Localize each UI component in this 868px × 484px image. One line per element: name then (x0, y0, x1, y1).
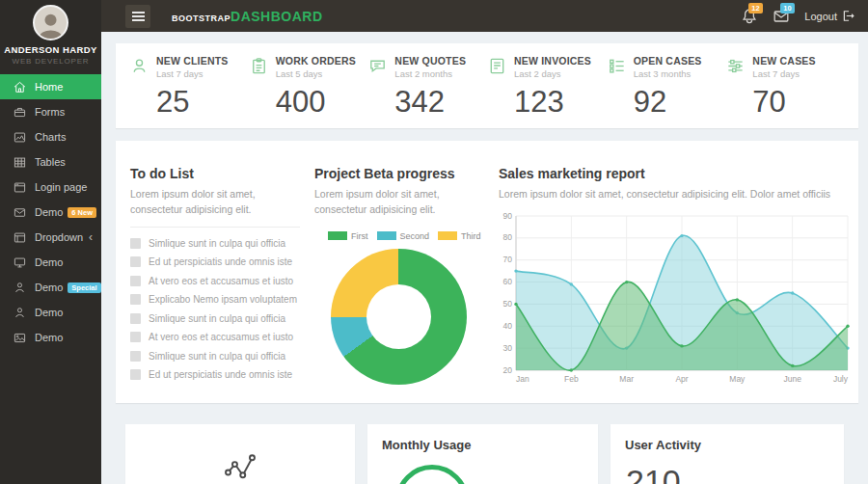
notification-area: 1210 (740, 7, 791, 26)
sidebar-menu: HomeFormsChartsTablesLogin pageDemo6 New… (0, 74, 101, 350)
sidebar-item-charts-2[interactable]: Charts (0, 124, 101, 149)
main-panel: To do List Lorem ipsum dolor sit amet, c… (116, 141, 858, 403)
svg-text:Jan: Jan (516, 374, 529, 384)
window-icon (13, 230, 27, 245)
stat-new-clients: NEW CLIENTSLast 7 days25 (129, 55, 249, 128)
sidebar: ANDERSON HARDY WEB DEVELOPER HomeFormsCh… (0, 0, 101, 484)
todo-checkbox[interactable] (130, 351, 141, 362)
todo-section: To do List Lorem ipsum dolor sit amet, c… (130, 166, 300, 403)
user-activity-title: User Activity (625, 438, 829, 452)
sidebar-item-tables-3[interactable]: Tables (0, 149, 101, 175)
todo-item-5: At vero eos et accusamus et iusto (130, 328, 300, 347)
todo-item-text: At vero eos et accusamus et iusto (149, 276, 293, 286)
chevron-left-icon: ‹ (89, 230, 93, 244)
bell-notification-button[interactable]: 12 (740, 7, 759, 26)
profile-section: ANDERSON HARDY WEB DEVELOPER (0, 0, 101, 66)
table-icon (13, 155, 27, 170)
stat-text: NEW QUOTESLast 2 months (394, 55, 466, 79)
project-subtitle: Lorem ipsum dolor sit amet, consectetur … (314, 187, 484, 218)
legend-swatch (377, 231, 396, 240)
stat-header: NEW QUOTESLast 2 months (367, 55, 487, 79)
invoice-icon (487, 56, 507, 76)
todo-item-text: Ed ut perspiciatis unde omnis iste (149, 369, 292, 380)
sidebar-item-home-0[interactable]: Home (0, 74, 101, 99)
svg-text:July: July (833, 374, 849, 384)
envelope-notification-button[interactable]: 10 (772, 7, 791, 26)
sidebar-item-dropdown-6[interactable]: Dropdown‹ (0, 225, 101, 250)
monitor-icon (13, 255, 27, 270)
sidebar-item-demo-7[interactable]: Demo (0, 250, 101, 275)
todo-checkbox[interactable] (130, 294, 141, 305)
avatar[interactable] (33, 5, 68, 40)
monthly-usage-card: Monthly Usage (367, 424, 598, 484)
stat-text: OPEN CASESLast 3 months (634, 55, 702, 79)
sidebar-item-demo-9[interactable]: Demo (0, 300, 101, 325)
stat-sublabel: Last 2 days (514, 68, 591, 79)
sidebar-item-label: Dropdown (35, 231, 83, 243)
sidebar-item-badge: Special (68, 282, 100, 293)
topbar-right: 1210 Logout (740, 7, 854, 26)
sidebar-item-demo-10[interactable]: Demo (0, 325, 101, 350)
hamburger-menu-icon[interactable] (125, 5, 150, 28)
user-activity-card: User Activity 210 (610, 424, 844, 484)
home-icon (13, 80, 27, 94)
sidebar-item-label: Demo (35, 206, 63, 218)
stat-header: NEW CLIENTSLast 7 days (129, 55, 249, 79)
sidebar-item-label: Demo (35, 282, 63, 293)
notification-badge: 10 (780, 3, 794, 13)
todo-list: Simlique sunt in culpa qui officiaEd ut … (130, 234, 300, 385)
todo-checkbox[interactable] (130, 332, 141, 342)
todo-checkbox[interactable] (130, 276, 141, 286)
stat-label: NEW CASES (752, 55, 815, 67)
svg-text:50: 50 (503, 299, 513, 309)
brand-logo[interactable]: BOOTSTRAPDASHBOARD (172, 8, 323, 25)
stat-open-cases: OPEN CASESLast 3 months92 (607, 55, 726, 128)
sidebar-item-demo-5[interactable]: Demo6 New (0, 200, 101, 225)
stat-value: 123 (514, 85, 607, 120)
todo-checkbox[interactable] (130, 256, 141, 267)
sidebar-item-forms-1[interactable]: Forms (0, 99, 101, 124)
logout-icon (842, 10, 854, 22)
stat-value: 92 (634, 85, 726, 120)
todo-checkbox[interactable] (130, 238, 141, 249)
stat-sublabel: Last 2 months (394, 68, 466, 79)
todo-checkbox[interactable] (130, 369, 141, 380)
stats-panel: NEW CLIENTSLast 7 days25WORK ORDERSLast … (116, 43, 858, 128)
legend-label: Second (400, 231, 430, 241)
sidebar-item-login-page-4[interactable]: Login page (0, 175, 101, 200)
image-icon (13, 331, 27, 345)
svg-text:30: 30 (503, 342, 513, 352)
stat-work-orders: WORK ORDERSLast 5 days400 (249, 55, 368, 128)
notification-badge: 12 (748, 3, 762, 13)
sidebar-item-badge: 6 New (68, 207, 96, 218)
line-chart-icon (223, 450, 258, 481)
stat-value: 25 (156, 85, 249, 120)
sidebar-item-demo-8[interactable]: DemoSpecial (0, 275, 101, 300)
logout-button[interactable]: Logout (804, 10, 854, 22)
stat-sublabel: Last 5 days (276, 68, 356, 79)
stat-header: NEW INVOICESLast 2 days (487, 55, 607, 79)
person-silhouette-icon (37, 11, 65, 39)
todo-item-6: Simlique sunt in culpa qui officia (130, 347, 300, 366)
briefcase-icon (13, 105, 27, 120)
person-icon (13, 306, 27, 320)
stat-label: NEW INVOICES (514, 55, 591, 67)
todo-item-text: Ed ut perspiciatis unde omnis iste (149, 256, 292, 267)
stat-sublabel: Last 7 days (752, 68, 815, 79)
todo-checkbox[interactable] (130, 313, 141, 324)
todo-item-text: Simlique sunt in culpa qui officia (149, 313, 285, 324)
user-name: ANDERSON HARDY (0, 44, 101, 55)
sidebar-item-label: Tables (35, 156, 66, 168)
todo-item-1: Ed ut perspiciatis unde omnis iste (130, 253, 300, 272)
stat-label: OPEN CASES (634, 55, 702, 67)
envelope-icon (13, 205, 27, 220)
stat-header: OPEN CASESLast 3 months (607, 55, 726, 79)
todo-item-4: Simlique sunt in culpa qui officia (130, 309, 300, 329)
sidebar-item-label: Demo (35, 256, 63, 268)
sidebar-item-label: Demo (35, 332, 63, 343)
stat-label: NEW CLIENTS (156, 55, 229, 67)
stat-sublabel: Last 7 days (156, 68, 229, 79)
stat-new-cases: NEW CASESLast 7 days70 (725, 55, 845, 128)
todo-item-2: At vero eos et accusamus et iusto (130, 272, 300, 291)
todo-item-text: At vero eos et accusamus et iusto (149, 332, 293, 342)
